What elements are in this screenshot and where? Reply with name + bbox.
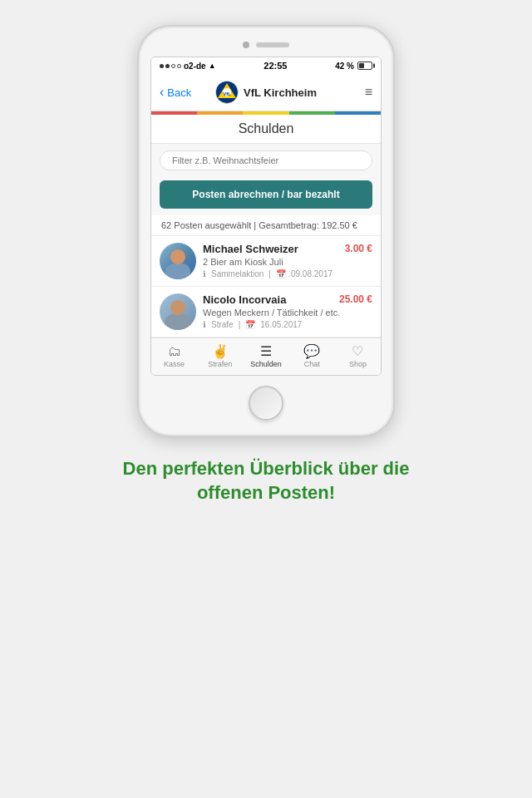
meta-type: Strafe bbox=[211, 320, 234, 329]
color-bar bbox=[151, 111, 381, 115]
tab-kasse[interactable]: 🗂 Kasse bbox=[151, 342, 197, 372]
color-seg-green bbox=[289, 111, 335, 115]
signal-dots bbox=[160, 64, 181, 68]
tab-strafen[interactable]: ✌ Strafen bbox=[197, 342, 243, 372]
filter-input[interactable] bbox=[172, 155, 360, 165]
schulden-icon: ☰ bbox=[260, 345, 272, 358]
filter-input-wrapper bbox=[160, 150, 372, 170]
item-description: 2 Bier am Kiosk Juli bbox=[203, 257, 372, 267]
action-button[interactable]: Posten abrechnen / bar bezahlt bbox=[160, 180, 372, 209]
item-name: Michael Schweizer bbox=[203, 243, 298, 255]
item-amount: 3.00 € bbox=[345, 243, 372, 254]
meta-date: 09.08.2017 bbox=[291, 269, 332, 278]
list-item[interactable]: Nicolo Incorvaia 25.00 € Wegen Meckern /… bbox=[151, 287, 381, 337]
status-left: o2-de ▲ bbox=[160, 62, 216, 71]
meta-type: Sammelaktion bbox=[211, 269, 264, 278]
status-time: 22:55 bbox=[264, 61, 287, 71]
info-icon: ℹ bbox=[203, 269, 206, 278]
battery-icon bbox=[357, 62, 372, 70]
menu-icon[interactable]: ≡ bbox=[319, 85, 372, 100]
phone-screen: o2-de ▲ 22:55 42 % ‹ Back bbox=[150, 57, 382, 376]
color-seg-yellow bbox=[243, 111, 288, 115]
back-chevron-icon: ‹ bbox=[160, 85, 164, 100]
nav-header: ‹ Back VfL VfL Kirchheim ≡ bbox=[151, 74, 381, 111]
tab-shop-label: Shop bbox=[349, 360, 367, 368]
summary-bar: 62 Posten ausgewählt | Gesamtbetrag: 192… bbox=[151, 215, 381, 236]
signal-dot-4 bbox=[177, 64, 181, 68]
status-right: 42 % bbox=[335, 62, 372, 71]
filter-section bbox=[151, 144, 381, 177]
list-item[interactable]: Michael Schweizer 3.00 € 2 Bier am Kiosk… bbox=[151, 236, 381, 287]
caption-line2: offenen Posten! bbox=[123, 481, 410, 505]
meta-date: 16.05.2017 bbox=[260, 320, 302, 329]
phone-speaker bbox=[256, 42, 289, 47]
shop-icon: ♡ bbox=[352, 345, 363, 358]
avatar bbox=[160, 293, 196, 330]
list-section: Michael Schweizer 3.00 € 2 Bier am Kiosk… bbox=[151, 236, 381, 337]
caption-line1: Den perfekten Überblick über die bbox=[123, 457, 410, 481]
tab-chat[interactable]: 💬 Chat bbox=[289, 342, 335, 372]
item-content: Michael Schweizer 3.00 € 2 Bier am Kiosk… bbox=[203, 243, 372, 278]
signal-dot-3 bbox=[171, 64, 175, 68]
item-header: Nicolo Incorvaia 25.00 € bbox=[203, 293, 372, 306]
color-seg-red bbox=[151, 111, 197, 115]
status-bar: o2-de ▲ 22:55 42 % bbox=[151, 57, 381, 74]
item-amount: 25.00 € bbox=[339, 293, 372, 305]
color-seg-orange bbox=[197, 111, 243, 115]
page-title: Schulden bbox=[151, 115, 381, 144]
calendar-icon: 📅 bbox=[276, 269, 286, 278]
back-label: Back bbox=[167, 86, 191, 99]
page-wrapper: o2-de ▲ 22:55 42 % ‹ Back bbox=[0, 0, 532, 798]
meta-separator: | bbox=[268, 269, 271, 278]
avatar bbox=[160, 243, 196, 279]
meta-separator: | bbox=[239, 320, 241, 329]
tab-schulden[interactable]: ☰ Schulden bbox=[243, 342, 288, 372]
signal-dot-1 bbox=[160, 64, 164, 68]
color-seg-blue bbox=[335, 111, 381, 115]
phone-bottom bbox=[150, 386, 382, 421]
phone-shell: o2-de ▲ 22:55 42 % ‹ Back bbox=[137, 25, 395, 437]
tab-schulden-label: Schulden bbox=[250, 360, 282, 368]
item-meta: ℹ Strafe | 📅 16.05.2017 bbox=[203, 320, 372, 329]
kasse-icon: 🗂 bbox=[168, 345, 181, 358]
item-header: Michael Schweizer 3.00 € bbox=[203, 243, 372, 255]
bottom-caption: Den perfekten Überblick über die offenen… bbox=[90, 457, 443, 505]
club-name: VfL Kirchheim bbox=[244, 86, 317, 99]
item-content: Nicolo Incorvaia 25.00 € Wegen Meckern /… bbox=[203, 293, 372, 329]
wifi-icon: ▲ bbox=[209, 62, 216, 70]
svg-text:VfL: VfL bbox=[223, 91, 231, 96]
chat-icon: 💬 bbox=[303, 345, 320, 358]
tab-bar: 🗂 Kasse ✌ Strafen ☰ Schulden 💬 Chat ♡ bbox=[151, 337, 381, 375]
phone-camera bbox=[243, 42, 249, 48]
phone-top-bar bbox=[150, 42, 382, 48]
item-description: Wegen Meckern / Tätlichkeit / etc. bbox=[203, 308, 372, 318]
battery-percent: 42 % bbox=[335, 62, 354, 71]
tab-kasse-label: Kasse bbox=[164, 360, 185, 368]
action-button-section: Posten abrechnen / bar bezahlt bbox=[151, 177, 381, 215]
tab-chat-label: Chat bbox=[304, 360, 320, 368]
club-logo: VfL bbox=[215, 81, 239, 104]
info-icon: ℹ bbox=[203, 320, 206, 329]
carrier-label: o2-de bbox=[184, 62, 206, 71]
tab-strafen-label: Strafen bbox=[208, 360, 232, 368]
item-meta: ℹ Sammelaktion | 📅 09.08.2017 bbox=[203, 269, 372, 278]
battery-fill bbox=[359, 63, 364, 68]
tab-shop[interactable]: ♡ Shop bbox=[335, 342, 381, 372]
home-button[interactable] bbox=[249, 386, 283, 421]
strafen-icon: ✌ bbox=[212, 345, 229, 358]
calendar-icon: 📅 bbox=[245, 320, 255, 329]
nav-center: VfL VfL Kirchheim bbox=[213, 81, 319, 104]
signal-dot-2 bbox=[165, 64, 170, 68]
nav-back-button[interactable]: ‹ Back bbox=[160, 85, 213, 100]
item-name: Nicolo Incorvaia bbox=[203, 293, 286, 306]
